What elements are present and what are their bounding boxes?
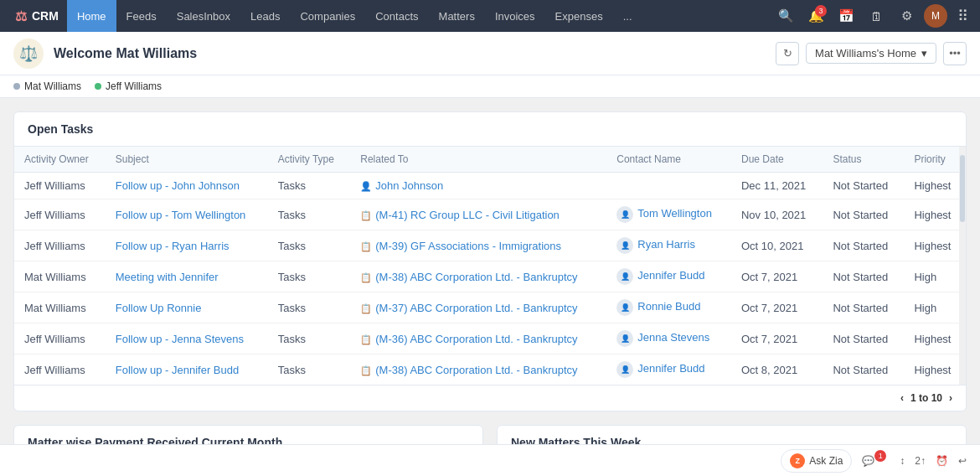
table-row: Jeff Williams Follow up - John Johnson T… [14, 173, 966, 199]
contact-link[interactable]: Ryan Harris [637, 238, 695, 251]
app-logo[interactable]: ⚖ CRM [7, 8, 67, 24]
cell-due-date: Dec 11, 2021 [731, 173, 823, 199]
search-button[interactable]: 🔍 [773, 3, 798, 28]
cell-owner: Jeff Williams [14, 354, 106, 385]
related-link[interactable]: (M-37) ABC Corporation Ltd. - Bankruptcy [375, 302, 577, 314]
nav-item-home[interactable]: Home [67, 0, 116, 32]
user-jeff-williams[interactable]: Jeff Williams [95, 80, 162, 92]
nav-item-expenses[interactable]: Expenses [545, 0, 613, 32]
logo-text: CRM [32, 9, 59, 23]
related-link[interactable]: (M-38) ABC Corporation Ltd. - Bankruptcy [375, 271, 577, 283]
nav-item-invoices[interactable]: Invoices [485, 0, 545, 32]
cell-owner: Jeff Williams [14, 199, 106, 230]
related-link[interactable]: (M-38) ABC Corporation Ltd. - Bankruptcy [375, 364, 577, 376]
subject-link[interactable]: Follow up - Ryan Harris [116, 240, 230, 252]
col-activity-type: Activity Type [268, 147, 350, 173]
contact-link[interactable]: Ronnie Budd [637, 300, 700, 313]
page-arrow-right[interactable]: › [946, 392, 956, 404]
bottom-back-button[interactable]: ↩ [958, 455, 967, 467]
nav-item-more[interactable]: ... [613, 0, 642, 32]
zia-icon: Z [790, 453, 805, 468]
subject-link[interactable]: Follow up - Tom Wellington [116, 209, 246, 221]
subject-link[interactable]: Follow up - Jennifer Budd [116, 364, 239, 376]
subject-link[interactable]: Follow Up Ronnie [116, 302, 202, 314]
bottom-alarm-button[interactable]: ⏰ [936, 455, 948, 467]
col-status: Status [823, 147, 904, 173]
nav-item-salesinbox[interactable]: SalesInbox [167, 0, 240, 32]
cell-subject: Meeting with Jennifer [106, 261, 268, 292]
bottom-upload-button[interactable]: 2↑ [915, 455, 926, 467]
bottom-chat-button[interactable]: 💬 1 [862, 455, 890, 467]
related-link[interactable]: John Johnson [375, 179, 443, 192]
cell-status: Not Started [823, 230, 904, 261]
users-row: Mat Williams Jeff Williams [0, 75, 980, 98]
col-priority: Priority [904, 147, 966, 173]
contact-avatar: 👤 [616, 206, 633, 223]
nav-item-feeds[interactable]: Feeds [116, 0, 167, 32]
cell-contact-name: 👤Ryan Harris [606, 230, 731, 261]
open-tasks-table: Activity Owner Subject Activity Type Rel… [14, 147, 966, 385]
cell-contact-name: 👤Ronnie Budd [606, 292, 731, 323]
nav-item-contacts[interactable]: Contacts [365, 0, 428, 32]
cell-due-date: Oct 7, 2021 [731, 323, 823, 354]
apps-grid-button[interactable]: ⠿ [952, 7, 973, 25]
nav-item-leads[interactable]: Leads [240, 0, 290, 32]
welcome-icon: ⚖️ [13, 39, 44, 69]
related-contact-icon: 👤 [360, 181, 372, 191]
subject-link[interactable]: Follow up - John Johnson [116, 179, 240, 192]
cell-related-to: 📋(M-38) ABC Corporation Ltd. - Bankruptc… [350, 261, 606, 292]
contact-link[interactable]: Jennifer Budd [637, 269, 704, 282]
cell-related-to: 📋(M-37) ABC Corporation Ltd. - Bankruptc… [350, 292, 606, 323]
back-icon: ↩ [958, 455, 967, 467]
cell-due-date: Oct 10, 2021 [731, 230, 823, 261]
related-link[interactable]: (M-39) GF Associations - Immigrations [375, 240, 561, 252]
alarm-icon: ⏰ [936, 455, 948, 467]
open-tasks-table-wrapper[interactable]: Activity Owner Subject Activity Type Rel… [14, 147, 966, 385]
col-activity-owner: Activity Owner [14, 147, 106, 173]
welcome-bar: ⚖️ Welcome Mat Williams ↻ Mat Williams's… [0, 32, 980, 75]
calendar-add-button[interactable]: 📅 [833, 3, 859, 28]
contact-link[interactable]: Jennifer Budd [637, 362, 704, 375]
cell-due-date: Nov 10, 2021 [731, 199, 823, 230]
ask-zia-button[interactable]: Z Ask Zia [781, 449, 852, 473]
calendar-button[interactable]: 🗓 [864, 3, 889, 28]
chat-icon: 💬 [862, 455, 874, 467]
cell-contact-name: 👤Tom Wellington [606, 199, 731, 230]
subject-link[interactable]: Follow up - Jenna Stevens [116, 333, 244, 345]
scroll-track [959, 147, 966, 385]
cell-related-to: 👤John Johnson [350, 173, 606, 199]
related-link[interactable]: (M-41) RC Group LLC - Civil Litigation [375, 209, 560, 221]
cell-contact-name: 👤Jenna Stevens [606, 323, 731, 354]
cell-priority: Highest [904, 199, 966, 230]
home-dropdown-label: Mat Williams's Home [815, 47, 916, 60]
contact-link[interactable]: Tom Wellington [637, 207, 712, 220]
cell-contact-name: 👤Jennifer Budd [606, 354, 731, 385]
welcome-actions: ↻ Mat Williams's Home ▾ ••• [776, 42, 967, 65]
pagination-text: 1 to 10 [910, 392, 942, 404]
table-row: Mat Williams Follow Up Ronnie Tasks 📋(M-… [14, 292, 966, 323]
home-dropdown[interactable]: Mat Williams's Home ▾ [806, 43, 936, 64]
bottom-expand-button[interactable]: ↕ [900, 455, 905, 467]
page-arrow-left[interactable]: ‹ [897, 392, 907, 404]
cell-due-date: Oct 7, 2021 [731, 292, 823, 323]
settings-button[interactable]: ⚙ [894, 3, 919, 28]
cell-status: Not Started [823, 199, 904, 230]
table-row: Jeff Williams Follow up - Ryan Harris Ta… [14, 230, 966, 261]
refresh-button[interactable]: ↻ [776, 42, 799, 65]
related-link[interactable]: (M-36) ABC Corporation Ltd. - Bankruptcy [375, 333, 577, 345]
user-mat-williams[interactable]: Mat Williams [13, 80, 81, 92]
contact-link[interactable]: Jenna Stevens [637, 331, 709, 344]
cell-owner: Jeff Williams [14, 230, 106, 261]
nav-item-matters[interactable]: Matters [429, 0, 485, 32]
subject-link[interactable]: Meeting with Jennifer [116, 271, 219, 283]
contact-avatar: 👤 [616, 361, 633, 378]
more-options-button[interactable]: ••• [943, 42, 967, 65]
cell-activity-type: Tasks [268, 230, 350, 261]
user-avatar[interactable]: M [924, 4, 947, 28]
notifications-button[interactable]: 🔔 3 [803, 3, 828, 28]
nav-item-companies[interactable]: Companies [290, 0, 365, 32]
cell-owner: Mat Williams [14, 292, 106, 323]
cell-owner: Jeff Williams [14, 173, 106, 199]
contact-avatar: 👤 [616, 299, 633, 316]
cell-priority: Highest [904, 173, 966, 199]
